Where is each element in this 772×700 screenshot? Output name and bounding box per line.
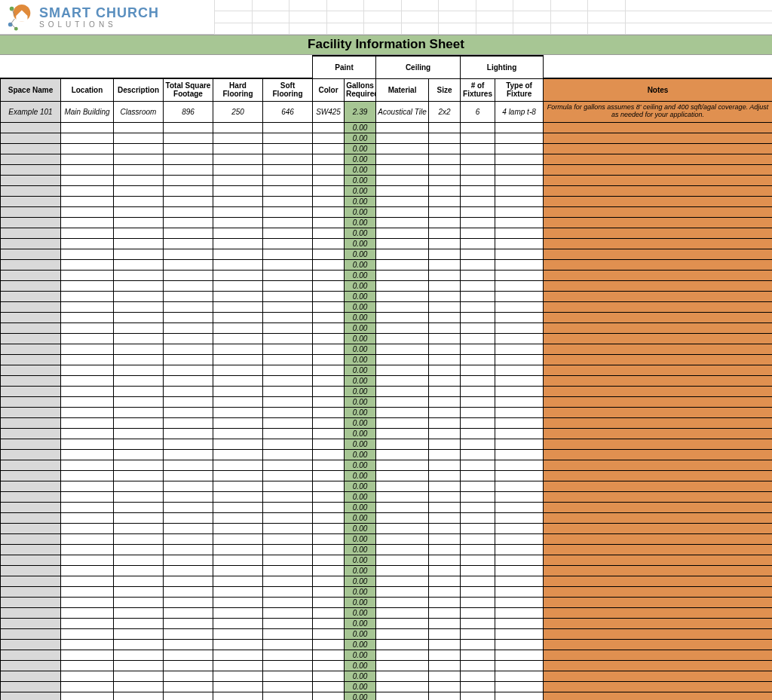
cell[interactable] [376, 481, 429, 491]
cell[interactable] [164, 238, 213, 249]
cell[interactable] [213, 154, 263, 164]
table-row[interactable]: 0.00 [1, 681, 773, 692]
cell[interactable] [495, 533, 544, 544]
cell[interactable] [429, 512, 461, 523]
cell[interactable] [376, 512, 429, 523]
cell[interactable] [376, 238, 429, 249]
cell[interactable] [495, 470, 544, 481]
cell[interactable] [376, 375, 429, 386]
cell-color[interactable]: SW425 [313, 101, 345, 122]
table-row[interactable]: 0.00 [1, 228, 773, 238]
cell[interactable] [61, 217, 114, 228]
cell[interactable] [313, 122, 345, 133]
cell[interactable] [313, 375, 345, 386]
cell[interactable] [61, 523, 114, 533]
cell[interactable] [376, 344, 429, 354]
cell[interactable]: 0.00 [345, 502, 376, 512]
cell[interactable] [213, 502, 263, 512]
cell[interactable] [461, 618, 495, 628]
cell[interactable] [1, 238, 61, 249]
cell[interactable] [429, 692, 461, 700]
cell[interactable] [313, 238, 345, 249]
cell[interactable] [213, 143, 263, 154]
table-row[interactable]: 0.00 [1, 607, 773, 618]
cell[interactable] [544, 428, 772, 439]
cell[interactable] [263, 681, 313, 692]
cell[interactable] [213, 565, 263, 576]
cell[interactable] [61, 344, 114, 354]
cell[interactable] [544, 270, 772, 280]
cell[interactable] [429, 185, 461, 196]
cell[interactable] [495, 428, 544, 439]
cell[interactable] [313, 407, 345, 417]
cell[interactable]: 0.00 [345, 460, 376, 470]
cell[interactable] [495, 576, 544, 586]
cell[interactable] [461, 196, 495, 206]
cell[interactable]: 0.00 [345, 185, 376, 196]
cell[interactable] [263, 196, 313, 206]
cell[interactable] [164, 607, 213, 618]
cell[interactable] [1, 206, 61, 217]
cell[interactable] [544, 344, 772, 354]
cell[interactable] [544, 154, 772, 164]
cell[interactable] [1, 322, 61, 333]
cell[interactable] [263, 322, 313, 333]
cell[interactable]: 0.00 [345, 375, 376, 386]
cell[interactable] [263, 607, 313, 618]
cell[interactable] [1, 280, 61, 291]
cell[interactable] [164, 344, 213, 354]
cell[interactable] [429, 628, 461, 639]
cell[interactable] [376, 565, 429, 576]
cell[interactable] [461, 565, 495, 576]
cell[interactable] [213, 312, 263, 322]
cell[interactable] [313, 196, 345, 206]
cell[interactable] [495, 491, 544, 502]
cell[interactable] [61, 375, 114, 386]
cell[interactable] [376, 133, 429, 143]
cell[interactable] [263, 639, 313, 650]
cell[interactable] [544, 660, 772, 671]
cell[interactable] [376, 217, 429, 228]
cell[interactable] [376, 175, 429, 185]
cell[interactable] [263, 249, 313, 259]
cell[interactable] [376, 491, 429, 502]
cell[interactable] [313, 502, 345, 512]
cell[interactable] [495, 375, 544, 386]
cell[interactable]: 0.00 [345, 660, 376, 671]
cell[interactable] [114, 544, 164, 555]
cell[interactable] [376, 259, 429, 270]
cell[interactable] [114, 164, 164, 175]
cell[interactable] [461, 586, 495, 597]
cell[interactable] [263, 481, 313, 491]
cell[interactable] [1, 481, 61, 491]
cell[interactable] [263, 460, 313, 470]
cell[interactable] [61, 628, 114, 639]
cell[interactable] [495, 544, 544, 555]
cell[interactable] [1, 470, 61, 481]
cell[interactable] [461, 576, 495, 586]
cell[interactable] [429, 143, 461, 154]
cell[interactable] [114, 555, 164, 565]
cell[interactable] [213, 407, 263, 417]
cell[interactable] [544, 502, 772, 512]
cell[interactable] [1, 660, 61, 671]
cell[interactable] [376, 439, 429, 449]
cell[interactable] [213, 481, 263, 491]
cell[interactable]: 0.00 [345, 365, 376, 375]
cell[interactable] [213, 607, 263, 618]
cell[interactable] [263, 133, 313, 143]
cell[interactable] [544, 322, 772, 333]
cell[interactable] [114, 217, 164, 228]
cell[interactable] [164, 280, 213, 291]
cell[interactable] [544, 333, 772, 344]
cell[interactable] [313, 164, 345, 175]
cell[interactable] [114, 333, 164, 344]
cell[interactable] [495, 417, 544, 428]
cell[interactable] [114, 365, 164, 375]
cell[interactable] [429, 280, 461, 291]
cell[interactable] [114, 671, 164, 681]
table-row[interactable]: 0.00 [1, 164, 773, 175]
cell[interactable] [61, 639, 114, 650]
cell[interactable] [1, 291, 61, 301]
cell[interactable] [164, 122, 213, 133]
